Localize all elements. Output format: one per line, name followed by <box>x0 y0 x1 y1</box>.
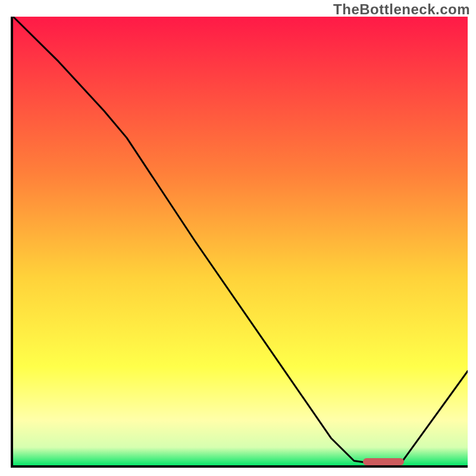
gradient-background <box>13 17 468 465</box>
watermark-text: TheBottleneck.com <box>333 1 470 18</box>
optimal-marker <box>363 458 404 465</box>
plot-area <box>13 17 468 465</box>
chart-svg <box>13 17 468 465</box>
chart-frame: TheBottleneck.com <box>0 0 476 476</box>
